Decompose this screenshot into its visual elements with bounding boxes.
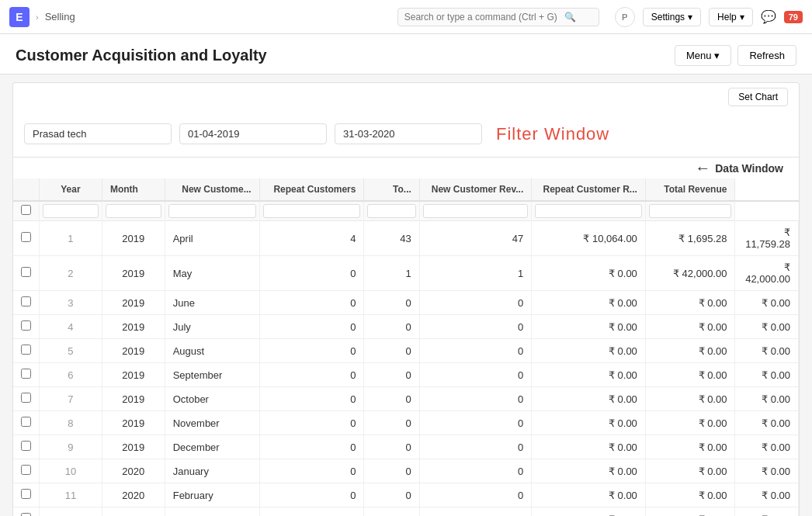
cell-total-revenue: ₹ 0.00 <box>735 507 799 517</box>
table-row: 7 2019 October 0 0 0 ₹ 0.00 ₹ 0.00 ₹ 0.0… <box>13 387 799 411</box>
cell-month: June <box>165 291 259 315</box>
cell-year: 2019 <box>102 221 165 256</box>
row-checkbox[interactable] <box>21 320 31 331</box>
cell-sr: 5 <box>40 339 102 363</box>
cell-year: 2020 <box>102 483 165 507</box>
breadcrumb-chevron: › <box>36 12 39 22</box>
cell-month: February <box>165 483 259 507</box>
menu-button[interactable]: Menu ▾ <box>675 45 732 66</box>
cell-new-customers: 0 <box>259 483 364 507</box>
new-rev-filter-input[interactable] <box>423 204 528 218</box>
select-all-checkbox[interactable] <box>16 205 36 215</box>
cell-total-revenue: ₹ 0.00 <box>735 483 799 507</box>
cell-new-customers: 0 <box>259 363 364 387</box>
cell-year: 2019 <box>102 435 165 459</box>
cell-month: November <box>165 411 259 435</box>
row-checkbox[interactable] <box>21 393 31 403</box>
search-bar[interactable]: 🔍 <box>397 8 599 26</box>
data-table-wrapper: Year Month New Custome... Repeat Custome… <box>12 178 800 516</box>
cell-repeat-customers: 0 <box>364 507 419 517</box>
row-checkbox[interactable] <box>21 232 31 242</box>
cell-month: April <box>165 221 259 256</box>
cell-year: 2019 <box>102 291 165 315</box>
cell-repeat-customers: 0 <box>364 435 419 459</box>
cell-month: December <box>165 435 259 459</box>
row-checkbox[interactable] <box>21 513 31 516</box>
table-row: 1 2019 April 4 43 47 ₹ 10,064.00 ₹ 1,695… <box>13 221 799 256</box>
year-filter-input[interactable] <box>43 204 99 218</box>
cell-repeat-customer-rev: ₹ 0.00 <box>645 483 735 507</box>
cell-new-customers: 0 <box>259 507 364 517</box>
repeat-rev-filter-input[interactable] <box>535 204 642 218</box>
cell-repeat-customers: 1 <box>364 256 419 291</box>
search-icon: 🔍 <box>564 12 576 23</box>
user-avatar[interactable]: P <box>615 7 635 27</box>
table-row: 9 2019 December 0 0 0 ₹ 0.00 ₹ 0.00 ₹ 0.… <box>13 435 799 459</box>
row-checkbox[interactable] <box>21 417 31 427</box>
cell-total-revenue: ₹ 0.00 <box>735 387 799 411</box>
cell-sr: 10 <box>40 459 102 483</box>
row-checkbox[interactable] <box>21 369 31 379</box>
row-checkbox[interactable] <box>21 489 31 499</box>
filter-bar: Filter Window <box>12 111 800 158</box>
cell-new-customer-rev: ₹ 0.00 <box>532 256 646 291</box>
from-date-filter[interactable] <box>179 123 327 144</box>
col-total: To... <box>364 178 419 201</box>
table-row: 11 2020 February 0 0 0 ₹ 0.00 ₹ 0.00 ₹ 0… <box>13 483 799 507</box>
cell-repeat-customer-rev: ₹ 0.00 <box>645 291 735 315</box>
set-chart-bar: Set Chart <box>12 82 800 111</box>
cell-month: March <box>165 507 259 517</box>
search-input[interactable] <box>404 12 560 23</box>
cell-sr: 7 <box>40 387 102 411</box>
cell-repeat-customers: 0 <box>364 339 419 363</box>
cell-repeat-customers: 0 <box>364 387 419 411</box>
row-checkbox[interactable] <box>21 267 31 277</box>
row-checkbox[interactable] <box>21 465 31 475</box>
cell-total: 0 <box>419 339 531 363</box>
cell-new-customers: 0 <box>259 291 364 315</box>
repeat-customers-filter-input[interactable] <box>263 204 361 218</box>
total-filter-input[interactable] <box>367 204 415 218</box>
table-row: 10 2020 January 0 0 0 ₹ 0.00 ₹ 0.00 ₹ 0.… <box>13 459 799 483</box>
cell-repeat-customers: 0 <box>364 483 419 507</box>
month-filter-input[interactable] <box>106 204 161 218</box>
cell-repeat-customers: 0 <box>364 411 419 435</box>
row-checkbox[interactable] <box>21 296 31 306</box>
col-month: Month <box>102 178 165 201</box>
cell-total-revenue: ₹ 0.00 <box>735 363 799 387</box>
cell-total: 47 <box>419 221 531 256</box>
help-button[interactable]: Help ▾ <box>709 8 753 26</box>
row-checkbox[interactable] <box>21 441 31 451</box>
row-checkbox[interactable] <box>21 345 31 355</box>
settings-button[interactable]: Settings ▾ <box>643 8 701 26</box>
cell-month: October <box>165 387 259 411</box>
cell-new-customers: 0 <box>259 315 364 339</box>
set-chart-button[interactable]: Set Chart <box>728 88 788 106</box>
cell-total: 0 <box>419 435 531 459</box>
navbar: E › Selling 🔍 P Settings ▾ Help ▾ 💬 79 <box>0 0 812 34</box>
table-row: 8 2019 November 0 0 0 ₹ 0.00 ₹ 0.00 ₹ 0.… <box>13 411 799 435</box>
total-rev-filter-input[interactable] <box>649 204 732 218</box>
cell-total-revenue: ₹ 0.00 <box>735 315 799 339</box>
table-row: 5 2019 August 0 0 0 ₹ 0.00 ₹ 0.00 ₹ 0.00 <box>13 339 799 363</box>
cell-new-customers: 0 <box>259 435 364 459</box>
company-filter[interactable] <box>24 123 172 144</box>
cell-repeat-customer-rev: ₹ 0.00 <box>645 411 735 435</box>
cell-new-customers: 0 <box>259 387 364 411</box>
notification-badge[interactable]: 79 <box>784 11 803 23</box>
cell-month: May <box>165 256 259 291</box>
col-new-customers: New Custome... <box>165 178 259 201</box>
refresh-button[interactable]: Refresh <box>737 45 796 66</box>
cell-month: January <box>165 459 259 483</box>
cell-sr: 12 <box>40 507 102 517</box>
cell-repeat-customers: 0 <box>364 291 419 315</box>
data-window-label: ← Data Window <box>695 159 783 177</box>
cell-new-customer-rev: ₹ 0.00 <box>532 315 646 339</box>
cell-total: 0 <box>419 387 531 411</box>
cell-repeat-customer-rev: ₹ 0.00 <box>645 507 735 517</box>
to-date-filter[interactable] <box>335 123 482 144</box>
cell-year: 2020 <box>102 459 165 483</box>
cell-repeat-customer-rev: ₹ 42,000.00 <box>645 256 735 291</box>
new-customers-filter-input[interactable] <box>168 204 256 218</box>
col-repeat-customer-rev: Repeat Customer R... <box>532 178 646 201</box>
